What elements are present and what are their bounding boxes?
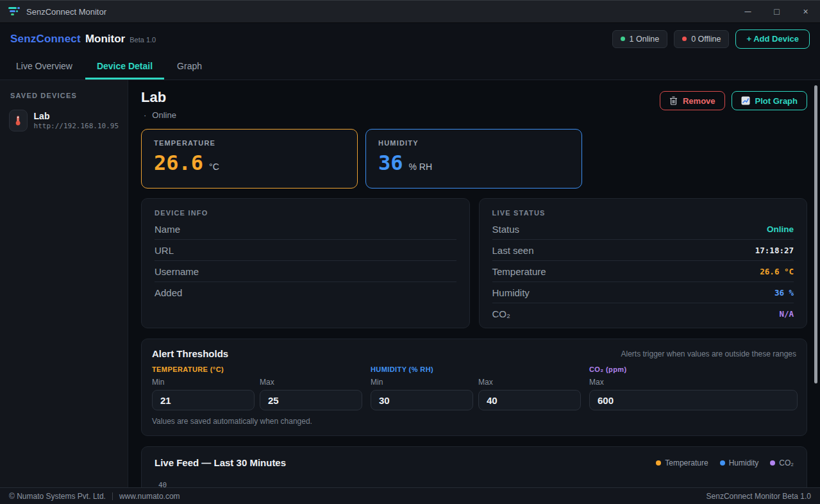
brand-primary: SenzConnect [10, 33, 81, 46]
brand-secondary: Monitor [85, 33, 125, 46]
offline-count-label: 0 Offline [691, 35, 721, 44]
temperature-card-label: TEMPERATURE [154, 139, 345, 147]
sidebar-device-lab[interactable]: Lab http://192.168.10.95 [0, 106, 128, 135]
live-feed-panel: Live Feed — Last 30 Minutes Temperature … [141, 446, 807, 487]
tab-graph[interactable]: Graph [165, 55, 213, 80]
brand: SenzConnect Monitor Beta 1.0 [10, 33, 156, 46]
humidity-card-label: HUMIDITY [378, 139, 569, 147]
sidebar: SAVED DEVICES Lab http://192.168.10.95 [0, 80, 128, 487]
co2-max-input[interactable] [589, 390, 798, 410]
humidity-value: 36 [378, 152, 403, 174]
device-info-panel: DEVICE INFO Name URL Username Added [141, 198, 470, 328]
live-feed-title: Live Feed — Last 30 Minutes [155, 457, 286, 468]
chart-legend: Temperature Humidity CO₂ [656, 458, 794, 467]
footer-app-version: SenzConnect Monitor Beta 1.0 [707, 492, 811, 501]
temperature-legend-dot-icon [656, 460, 661, 466]
sidebar-device-name: Lab [34, 111, 119, 122]
plot-graph-button-label: Plot Graph [755, 96, 798, 106]
hum-max-input[interactable] [478, 390, 581, 410]
scrollbar-thumb[interactable] [814, 85, 817, 383]
temperature-card: TEMPERATURE 26.6 °C [141, 129, 358, 189]
maximize-button[interactable]: □ [762, 1, 791, 22]
chart-icon [741, 96, 750, 105]
app-header: SenzConnect Monitor Beta 1.0 1 Online 0 … [0, 23, 820, 55]
status-footer: © Numato Systems Pvt. Ltd. www.numato.co… [0, 487, 820, 504]
hum-min-field: Min [371, 378, 473, 410]
legend-co2-label: CO₂ [779, 458, 794, 467]
offline-count-badge: 0 Offline [674, 30, 729, 48]
close-button[interactable]: × [791, 1, 820, 22]
co2-max-label: Max [589, 378, 798, 387]
status-row-lastseen: Last seen 17:18:27 [492, 240, 794, 261]
device-actions: Remove Plot Graph [660, 91, 807, 110]
window-controls: ─ □ × [733, 1, 820, 22]
info-label-name: Name [155, 224, 180, 235]
temp-max-input[interactable] [260, 390, 362, 410]
humidity-threshold-group: HUMIDITY (% RH) Min Max [371, 365, 581, 410]
temperature-unit: °C [209, 162, 219, 172]
app-logo-icon [8, 6, 21, 17]
live-status-panel: LIVE STATUS Status Online Last seen 17:1… [479, 198, 808, 328]
main-panel: Lab · Online [128, 80, 820, 487]
device-status-line: · Online [141, 110, 176, 120]
online-dot-icon [621, 37, 625, 41]
hum-max-field: Max [478, 378, 581, 410]
legend-humidity-label: Humidity [729, 458, 759, 467]
offline-dot-icon [682, 37, 687, 41]
title-bar: SenzConnect Monitor ─ □ × [0, 0, 820, 23]
thermometer-icon [9, 110, 28, 131]
tab-bar: Live Overview Device Detail Graph [0, 55, 820, 80]
content-area: SAVED DEVICES Lab http://192.168.10.95 [0, 80, 820, 487]
hum-max-label: Max [478, 378, 581, 387]
humidity-unit: % RH [409, 162, 433, 172]
temp-min-label: Min [152, 378, 255, 387]
footer-copyright: © Numato Systems Pvt. Ltd. [9, 492, 106, 501]
temp-max-field: Max [260, 378, 362, 410]
lastseen-label: Last seen [492, 245, 534, 256]
co2-group-label: CO₂ (ppm) [589, 365, 798, 373]
tab-device-detail[interactable]: Device Detail [85, 55, 164, 80]
online-count-label: 1 Online [630, 35, 660, 44]
window-title: SenzConnect Monitor [26, 7, 106, 17]
tab-live-overview[interactable]: Live Overview [4, 55, 84, 80]
hum-min-input[interactable] [371, 390, 473, 410]
temp-max-label: Max [260, 378, 362, 387]
alert-thresholds-title: Alert Thresholds [152, 348, 228, 359]
status-row-humidity: Humidity 36 % [492, 282, 794, 303]
status-row-temperature: Temperature 26.6 °C [492, 261, 794, 282]
header-actions: 1 Online 0 Offline + Add Device [612, 29, 810, 49]
alert-thresholds-hint: Alerts trigger when values are outside t… [621, 349, 797, 358]
remove-button-label: Remove [683, 96, 715, 106]
lastseen-value: 17:18:27 [755, 246, 794, 255]
remove-button[interactable]: Remove [660, 91, 725, 110]
threshold-groups: TEMPERATURE (°C) Min Max [152, 365, 796, 410]
co2-legend-dot-icon [770, 460, 775, 466]
metric-cards: TEMPERATURE 26.6 °C HUMIDITY 36 % RH [141, 129, 807, 189]
temp-min-input[interactable] [152, 390, 255, 410]
temp-label: Temperature [492, 266, 546, 277]
page-title: Lab [141, 89, 176, 106]
footer-divider [112, 492, 113, 500]
beta-label: Beta 1.0 [130, 36, 156, 44]
info-label-added: Added [155, 287, 182, 298]
device-title-block: Lab · Online [141, 89, 176, 120]
info-row-name: Name [155, 219, 456, 240]
humidity-legend-dot-icon [720, 460, 725, 466]
sidebar-device-text: Lab http://192.168.10.95 [34, 111, 119, 131]
co2-max-field: Max [589, 378, 798, 410]
legend-temperature: Temperature [656, 458, 708, 467]
hum-min-label: Min [371, 378, 473, 387]
app-window: SenzConnect Monitor ─ □ × SenzConnect Mo… [0, 0, 820, 504]
hum-value: 36 % [774, 288, 794, 298]
trash-icon [669, 96, 678, 105]
status-row-co2: CO₂ N/A [492, 303, 794, 324]
info-label-url: URL [155, 245, 174, 256]
add-device-button[interactable]: + Add Device [735, 29, 810, 49]
co2-threshold-group: CO₂ (ppm) Max [589, 365, 798, 410]
status-label: Status [492, 224, 520, 235]
footer-website: www.numato.com [119, 492, 180, 501]
plot-graph-button[interactable]: Plot Graph [732, 91, 807, 110]
live-status-title: LIVE STATUS [492, 209, 794, 217]
minimize-button[interactable]: ─ [733, 1, 762, 22]
temperature-value: 26.6 [154, 152, 203, 174]
